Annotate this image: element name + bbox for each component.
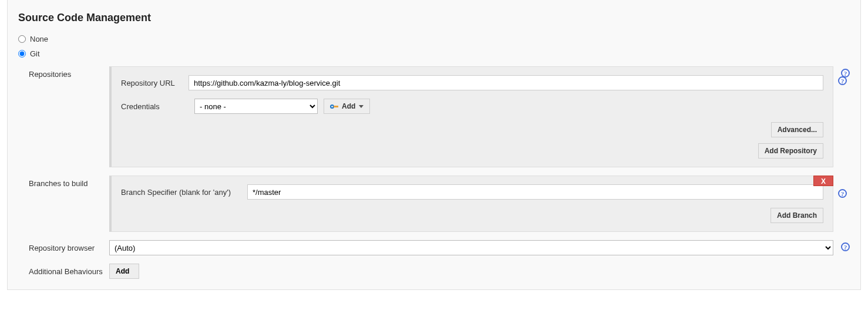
repo-browser-label: Repository browser: [18, 240, 109, 252]
caret-down-icon: [359, 105, 364, 108]
scm-radio-git[interactable]: [18, 50, 26, 58]
branches-label: Branches to build: [18, 176, 109, 188]
additional-behaviours-label: Additional Behaviours: [18, 264, 109, 276]
branches-row: Branches to build X ? Branch Specifier (…: [18, 176, 850, 232]
credentials-select[interactable]: - none -: [194, 99, 318, 114]
add-cred-label: Add: [342, 102, 355, 110]
advanced-button[interactable]: Advanced...: [771, 122, 823, 137]
repositories-row: Repositories ? ? Repository URL Credenti…: [18, 66, 850, 167]
add-behaviour-button[interactable]: Add: [109, 264, 139, 279]
repo-url-label: Repository URL: [121, 79, 189, 87]
branch-panel: X ? Branch Specifier (blank for 'any') A…: [109, 176, 833, 232]
add-branch-button[interactable]: Add Branch: [771, 208, 823, 223]
repo-browser-row: Repository browser ? (Auto): [18, 240, 850, 255]
repositories-label: Repositories: [18, 66, 109, 79]
credentials-label: Credentials: [121, 102, 189, 111]
delete-branch-button[interactable]: X: [813, 176, 833, 186]
branch-specifier-label: Branch Specifier (blank for 'any'): [121, 188, 247, 197]
scm-radio-none[interactable]: [18, 35, 26, 43]
scm-label-git[interactable]: Git: [30, 49, 40, 58]
repo-browser-select[interactable]: (Auto): [109, 240, 833, 255]
help-icon[interactable]: ?: [841, 242, 850, 251]
repo-url-input[interactable]: [189, 75, 823, 90]
repository-panel: ? Repository URL Credentials - none - Ad…: [109, 66, 833, 167]
branch-specifier-input[interactable]: [247, 184, 823, 200]
scm-option-none-row: None: [18, 35, 850, 43]
add-behaviour-label: Add: [116, 267, 129, 275]
scm-label-none[interactable]: None: [30, 35, 48, 43]
add-credentials-button[interactable]: Add: [324, 99, 370, 114]
scm-section: Source Code Management None Git Reposito…: [7, 0, 861, 290]
section-title: Source Code Management: [18, 12, 850, 24]
key-icon: [330, 103, 338, 109]
help-icon[interactable]: ?: [838, 76, 847, 85]
scm-option-git-row: Git: [18, 49, 850, 58]
help-icon[interactable]: ?: [838, 189, 847, 198]
add-repository-button[interactable]: Add Repository: [758, 143, 823, 159]
additional-behaviours-row: Additional Behaviours Add: [18, 264, 850, 279]
